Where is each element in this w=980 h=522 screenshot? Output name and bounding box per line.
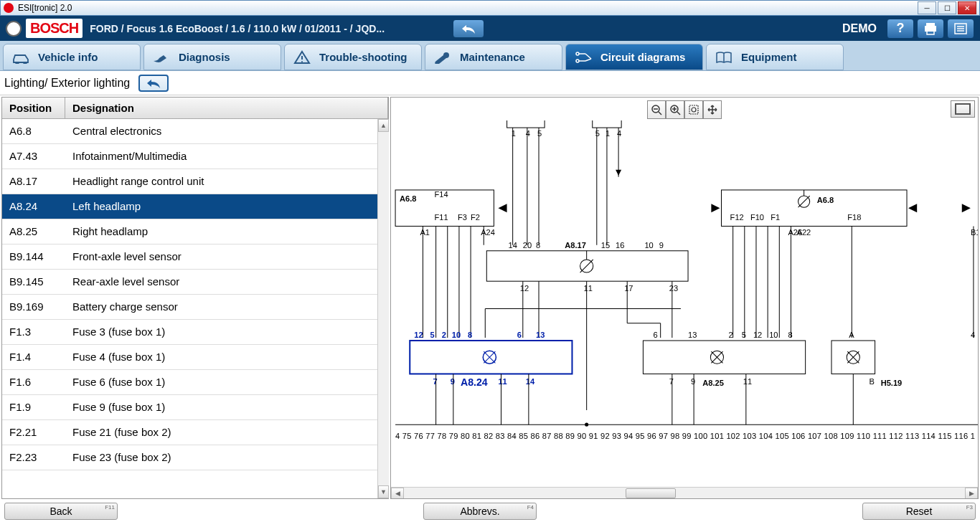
tab-label: Diagnosis: [179, 51, 230, 63]
help-button[interactable]: ?: [887, 19, 914, 39]
cell-position: A6.8: [2, 119, 65, 143]
svg-text:14: 14: [509, 241, 517, 250]
table-row[interactable]: F2.21Fuse 21 (fuse box 2): [2, 420, 388, 445]
table-row[interactable]: F1.4Fuse 4 (fuse box 1): [2, 345, 388, 370]
svg-text:6: 6: [654, 331, 658, 339]
table-row[interactable]: A7.43Infotainment/Multimedia: [2, 144, 388, 169]
svg-text:23: 23: [669, 284, 678, 293]
footer-bar: Back F11 Abbrevs. F4 Reset F3: [0, 500, 980, 522]
window-title: ESI[tronic] 2.0: [18, 3, 918, 13]
maximize-button[interactable]: ☐: [938, 1, 956, 14]
circuit-icon: [573, 49, 593, 65]
table-row[interactable]: B9.145Rear-axle level sensor: [2, 270, 388, 295]
svg-text:9: 9: [691, 377, 695, 386]
warning-icon: [292, 49, 312, 65]
svg-text:F14: F14: [435, 190, 448, 199]
svg-rect-26: [507, 120, 545, 128]
svg-text:2: 2: [442, 331, 446, 339]
table-row[interactable]: F1.3Fuse 3 (fuse box 1): [2, 320, 388, 345]
svg-text:F18: F18: [847, 213, 861, 222]
minimize-button[interactable]: ─: [918, 1, 936, 14]
tab-equipment[interactable]: Equipment: [706, 44, 844, 70]
cell-designation: Front-axle level sensor: [65, 245, 388, 269]
table-row[interactable]: A6.8Central electronics: [2, 119, 388, 144]
tab-circuit-diagrams[interactable]: Circuit diagrams: [565, 44, 703, 70]
svg-text:A: A: [849, 331, 854, 339]
svg-point-8: [301, 61, 303, 62]
table-row[interactable]: F1.6Fuse 6 (fuse box 1): [2, 370, 388, 395]
header-undo-button[interactable]: [453, 19, 484, 38]
table-row[interactable]: F1.9Fuse 9 (fuse box 1): [2, 395, 388, 420]
svg-text:9: 9: [659, 241, 664, 250]
col-header-position[interactable]: Position: [2, 98, 65, 118]
bosch-logo: BOSCH: [26, 19, 83, 38]
main-tabs: Vehicle info Diagnosis Trouble-shooting …: [0, 41, 980, 71]
app-header: BOSCH FORD / Focus 1.6 EcoBoost / 1.6 / …: [0, 16, 980, 41]
svg-rect-27: [593, 120, 621, 128]
cell-designation: Fuse 3 (fuse box 1): [65, 320, 388, 344]
fullscreen-button[interactable]: [951, 100, 975, 118]
svg-line-14: [585, 59, 591, 61]
table-row[interactable]: A8.25Right headlamp: [2, 219, 388, 245]
svg-marker-67: [711, 204, 720, 212]
pan-button[interactable]: [703, 100, 722, 119]
table-row[interactable]: B9.169Battery charge sensor: [2, 295, 388, 320]
svg-text:8: 8: [536, 241, 540, 250]
svg-line-19: [677, 112, 680, 115]
subnav-title: Lighting/ Exterior lighting: [4, 77, 130, 90]
svg-text:10: 10: [769, 331, 778, 339]
svg-text:4: 4: [526, 129, 530, 138]
svg-text:5: 5: [430, 331, 435, 339]
svg-text:12: 12: [753, 331, 762, 339]
svg-point-10: [576, 60, 579, 62]
svg-marker-49: [498, 204, 507, 212]
back-button[interactable]: Back F11: [4, 503, 118, 520]
reset-button[interactable]: Reset F3: [862, 503, 976, 520]
col-header-designation[interactable]: Designation: [65, 98, 388, 118]
svg-text:10: 10: [452, 331, 461, 339]
table-row[interactable]: A8.24Left headlamp: [2, 194, 388, 219]
table-row[interactable]: B9.144Front-axle level sensor: [2, 245, 388, 270]
cell-position: A8.17: [2, 169, 65, 194]
svg-text:F10: F10: [750, 213, 764, 222]
svg-line-16: [659, 112, 661, 115]
tab-label: Maintenance: [460, 51, 525, 63]
svg-text:H5.19: H5.19: [881, 379, 903, 387]
tab-trouble-shooting[interactable]: Trouble-shooting: [284, 44, 422, 70]
svg-text:13: 13: [688, 331, 697, 339]
book-icon: [714, 49, 734, 65]
cell-designation: Headlight range control unit: [65, 169, 388, 194]
abbrevs-button[interactable]: Abbrevs. F4: [423, 503, 537, 520]
cell-position: A8.24: [2, 194, 65, 219]
svg-text:12: 12: [414, 331, 423, 339]
svg-text:F3: F3: [458, 213, 467, 222]
cell-position: F2.23: [2, 445, 65, 470]
svg-marker-69: [962, 204, 971, 212]
sub-navigation: Lighting/ Exterior lighting: [0, 71, 980, 95]
table-row[interactable]: A8.17Headlight range control unit: [2, 169, 388, 194]
cell-position: B9.145: [2, 270, 65, 294]
svg-text:13: 13: [536, 331, 545, 339]
zoom-in-button[interactable]: [666, 100, 684, 119]
tab-maintenance[interactable]: Maintenance: [425, 44, 562, 70]
cell-position: F1.3: [2, 320, 65, 344]
svg-point-9: [576, 52, 579, 55]
table-row[interactable]: F2.23Fuse 23 (fuse box 2): [2, 445, 388, 470]
subnav-back-button[interactable]: [138, 75, 169, 92]
tab-diagnosis[interactable]: Diagnosis: [143, 44, 281, 70]
close-button[interactable]: ✕: [958, 1, 976, 14]
svg-point-154: [585, 423, 588, 427]
horizontal-scrollbar[interactable]: [391, 487, 978, 498]
diagram-toolbar: [647, 100, 722, 119]
print-button[interactable]: [917, 19, 944, 39]
svg-text:11: 11: [743, 377, 752, 386]
svg-text:A22: A22: [797, 228, 811, 237]
menu-button[interactable]: [947, 19, 974, 39]
zoom-out-button[interactable]: [647, 100, 666, 119]
vertical-scrollbar[interactable]: [377, 119, 389, 498]
circuit-diagram[interactable]: 145 514 A6.8 F14 F11 F3 F2 A1 A24 A6.8 F: [391, 120, 978, 490]
tab-vehicle-info[interactable]: Vehicle info: [3, 44, 141, 70]
zoom-select-button[interactable]: [684, 100, 703, 119]
svg-text:20: 20: [523, 241, 532, 250]
svg-text:A8.25: A8.25: [702, 379, 724, 387]
